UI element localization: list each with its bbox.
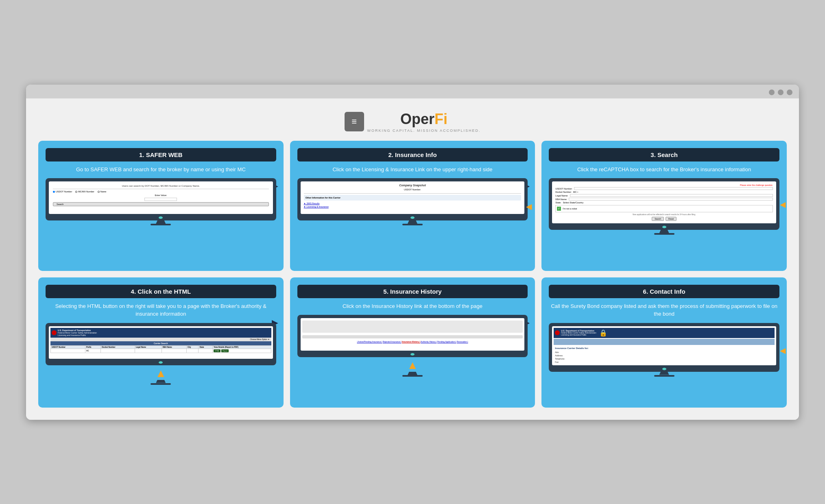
contact-field-telephone: Telephone: [554, 357, 775, 360]
traffic-light-3 [787, 89, 792, 95]
monitor-stand-4 [156, 380, 166, 383]
cell-legal [135, 349, 162, 353]
card-5-description: Click on the Insurance History link at t… [297, 302, 528, 310]
sms-results-link[interactable]: ► SMS Results [304, 202, 522, 205]
recaptcha-box[interactable]: ✓ I'm not a robot [555, 205, 773, 212]
challenge-text: Please enter the challenge question: [555, 184, 773, 186]
col-prefix: Prefix [85, 345, 101, 349]
revocation-link[interactable]: Revocation | [457, 340, 468, 343]
card-contact-info: 6. Contact Info Call the Surety Bond com… [541, 277, 787, 408]
safer-search-button: Search [53, 202, 269, 206]
field-state-label: State: [555, 201, 561, 204]
cell-city [186, 349, 198, 353]
rejected-insurance-link[interactable]: Rejected Insurance | [383, 340, 402, 343]
col-docket: Docket Number [101, 345, 135, 349]
monitor-base-4 [151, 383, 171, 385]
card-6-monitor: U.S. Department of Transportation Federa… [549, 323, 779, 372]
card-4-monitor: U.S. Department of Transportation Federa… [46, 323, 276, 365]
reset-btn[interactable]: Reset [666, 217, 677, 221]
card-4-screen-content: U.S. Department of Transportation Federa… [49, 326, 273, 355]
monitor-stand-1 [156, 220, 166, 224]
safer-enter-label: Enter Value: [53, 194, 269, 196]
safer-radio-row: USDOT Number MC/MX Number Name [53, 190, 269, 193]
col-city: City [186, 345, 198, 349]
screen-placeholder-2 [302, 335, 523, 338]
card-4-screen: U.S. Department of Transportation Federa… [49, 326, 273, 359]
radio-name-icon [98, 191, 100, 193]
field-dba-label: DBA Name: [555, 198, 567, 201]
safer-search-text: Users can search by DOT Number, MC/MX Nu… [53, 185, 269, 187]
card-2-screen-content: Company Snapshot USDOT Number: Other Inf… [301, 181, 525, 211]
authority-history-link[interactable]: Authority History | [421, 340, 437, 343]
contact-public: Licensing and Insurance Public [561, 334, 596, 336]
cell-docket [101, 349, 135, 353]
field-docket-value: MC • [573, 191, 578, 193]
traffic-light-2 [778, 89, 784, 95]
col-legal: Legal Name [135, 345, 162, 349]
card-2-header: 2. Insurance Info [297, 148, 528, 161]
contact-dept-text: U.S. Department of Transportation Federa… [561, 329, 596, 336]
field-dba: DBA Name: [555, 198, 773, 201]
logo-area: ≡ OperFi WORKING CAPITAL. MISSION ACCOMP… [38, 107, 787, 141]
search-btn-row: Search Reset [555, 217, 773, 221]
card-2-screen: Company Snapshot USDOT Number: Other Inf… [301, 181, 525, 214]
safer-input-box [144, 198, 177, 201]
active-pending-link[interactable]: | Active/Pending Insurance | [357, 340, 382, 343]
contact-lock-icon: 🔒 [599, 329, 607, 337]
radio-mc-label: MC/MX Number [78, 190, 94, 193]
report-button[interactable]: Report [221, 349, 229, 352]
card-1-monitor: Users can search by DOT Number, MC/MX Nu… [46, 178, 276, 220]
logo-oper: Oper [400, 111, 434, 127]
card-search: 3. Search Click the reCAPTCHA box to sea… [541, 141, 787, 271]
logo-icon: ≡ [345, 112, 364, 131]
screen-placeholder [302, 321, 523, 333]
html-results-table: USDOT Number Prefix Docket Number Legal … [50, 345, 271, 353]
field-legal-input [570, 194, 773, 197]
card-6-description: Call the Surety Bond company listed and … [549, 302, 779, 318]
card-1-screen: Users can search by DOT Number, MC/MX Nu… [49, 181, 273, 214]
search-note: New applications will not be reflected i… [555, 214, 773, 216]
radio-usdot-icon [53, 191, 55, 193]
yellow-arrow-5: ▲ [297, 359, 528, 372]
logo-wordmark: OperFi [367, 111, 481, 128]
monitor-base-1 [151, 224, 171, 225]
monitor-stand-5 [408, 372, 417, 375]
html-dept-text: U.S. Department of Transportation Federa… [58, 329, 97, 336]
monitor-base-2 [402, 224, 423, 225]
yellow-arrow-4: ▲ [46, 367, 276, 380]
card-3-screen: Please enter the challenge question: USD… [552, 181, 776, 223]
monitor-base-6 [654, 375, 674, 377]
company-usdot-row: USDOT Number: [304, 188, 522, 191]
html-button[interactable]: HTML [214, 349, 220, 352]
card-4-header: 4. Click on the HTML [46, 285, 276, 298]
licensing-insurance-link[interactable]: ► Licensing & Insurance [304, 205, 522, 208]
field-state-value: Select State/Country [563, 201, 583, 204]
yellow-arrow-6: ◄ [778, 345, 787, 356]
field-legal-label: Legal Name: [555, 194, 568, 197]
logo-container: ≡ OperFi WORKING CAPITAL. MISSION ACCOMP… [345, 111, 481, 133]
card-2-monitor: Company Snapshot USDOT Number: Other Inf… [297, 178, 528, 220]
contact-field-address: Address: [554, 354, 775, 357]
insurance-history-link[interactable]: Insurance History | [402, 340, 420, 343]
pending-application-link[interactable]: Pending Application | [437, 340, 456, 343]
search-btn[interactable]: Search [652, 217, 664, 221]
traffic-light-1 [769, 89, 775, 95]
card-1-header: 1. SAFER WEB [46, 148, 276, 161]
logo-tagline: WORKING CAPITAL. MISSION ACCOMPLISHED. [367, 129, 481, 133]
contact-field-attn: Attn: [554, 351, 775, 354]
card-6-screen-content: U.S. Department of Transportation Federa… [552, 326, 776, 365]
field-usdot: USDOT Number: [555, 187, 773, 190]
logo-icon-symbol: ≡ [351, 116, 357, 127]
html-carrier-search: Carrier Search [50, 341, 271, 345]
monitor-base-5 [402, 375, 423, 377]
field-usdot-label: USDOT Number: [555, 188, 572, 190]
contact-field-fax: Fax: [554, 360, 775, 364]
card-3-header: 3. Search [549, 148, 779, 161]
html-public-title: Licensing and Insurance Public [58, 334, 97, 336]
card-1-screen-content: Users can search by DOT Number, MC/MX Nu… [49, 181, 273, 209]
html-choose-menu: Choose Menu Option ▼ [50, 338, 271, 341]
company-other-info: Other Information for this Carrier [304, 195, 522, 201]
contact-dept-header: U.S. Department of Transportation Federa… [554, 328, 775, 338]
card-4-description: Selecting the HTML button on the right w… [46, 302, 276, 318]
recaptcha-checkmark: ✓ [557, 207, 561, 211]
